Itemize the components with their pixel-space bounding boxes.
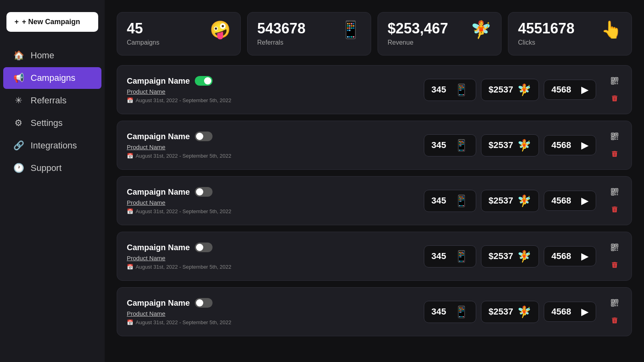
campaign-header: Campaign Name	[127, 243, 416, 252]
delete-button[interactable]	[607, 313, 622, 328]
qr-button[interactable]	[607, 240, 622, 255]
product-link[interactable]: Product Name	[127, 255, 416, 261]
svg-rect-29	[617, 194, 618, 195]
stat-value-revenue: $253,467	[388, 21, 448, 36]
delete-button[interactable]	[607, 258, 622, 272]
qr-button[interactable]	[607, 185, 622, 199]
integrations-icon: 🔗	[13, 140, 24, 151]
campaign-card: Campaign Name Product Name 📅 August 31st…	[117, 176, 632, 225]
revenue-icon: 🧚	[517, 250, 531, 263]
sidebar-item-support[interactable]: 🕐 Support	[3, 157, 101, 179]
revenue-icon: 🧚	[517, 194, 531, 208]
stat-label-campaigns: Campaigns	[127, 39, 159, 46]
campaign-toggle[interactable]	[195, 298, 213, 308]
delete-button[interactable]	[607, 147, 622, 161]
qr-button[interactable]	[607, 74, 622, 88]
referrals-metric: 345 📱	[424, 190, 476, 212]
svg-rect-21	[612, 189, 614, 191]
new-campaign-label: + New Campaign	[22, 18, 80, 26]
stat-label-referrals: Referrals	[257, 39, 305, 46]
svg-rect-36	[615, 248, 616, 249]
referrals-value: 345	[431, 140, 446, 150]
campaign-toggle[interactable]	[195, 187, 213, 197]
sidebar-item-campaigns[interactable]: 📢 Campaigns	[3, 67, 101, 89]
action-icons	[607, 185, 622, 217]
stat-text-revenue: $253,467 Revenue	[388, 21, 448, 46]
sidebar-item-settings[interactable]: ⚙ Settings	[3, 112, 101, 134]
stat-card-clicks: 4551678 Clicks 👆	[508, 12, 632, 56]
campaign-stats: 345 📱 $2537 🧚 4568 ▶	[424, 79, 596, 101]
svg-rect-28	[615, 194, 616, 195]
campaign-toggle[interactable]	[195, 132, 213, 141]
settings-icon: ⚙	[13, 118, 24, 128]
revenue-value: $2537	[489, 306, 513, 317]
main-content: 45 Campaigns 🤪 543678 Referrals 📱 $253,4…	[105, 0, 644, 362]
stats-row: 45 Campaigns 🤪 543678 Referrals 📱 $253,4…	[117, 12, 632, 56]
referrals-value: 345	[431, 251, 446, 261]
svg-rect-47	[617, 303, 618, 304]
revenue-icon: 🧚	[517, 139, 531, 152]
date-range: August 31st, 2022 - September 5th, 2022	[136, 97, 231, 103]
referrals-icon: 📱	[454, 250, 469, 263]
product-link[interactable]: Product Name	[127, 144, 416, 150]
home-icon: 🏠	[13, 50, 24, 61]
clicks-value: 4568	[551, 306, 571, 317]
svg-rect-49	[617, 305, 618, 306]
stat-icon-revenue: 🧚	[471, 21, 491, 38]
calendar-icon: 📅	[127, 97, 133, 103]
calendar-icon: 📅	[127, 319, 133, 325]
stat-value-referrals: 543678	[257, 21, 305, 36]
campaign-card: Campaign Name Product Name 📅 August 31st…	[117, 65, 632, 114]
product-link[interactable]: Product Name	[127, 88, 416, 95]
product-link[interactable]: Product Name	[127, 310, 416, 317]
referrals-icon: 📱	[454, 83, 469, 97]
stat-icon-campaigns: 🤪	[210, 21, 231, 38]
action-icons	[607, 296, 622, 328]
sidebar-item-label-campaigns: Campaigns	[31, 73, 75, 83]
delete-button[interactable]	[607, 202, 622, 217]
revenue-value: $2537	[489, 195, 513, 206]
svg-rect-43	[616, 300, 617, 302]
clicks-metric: 4568 ▶	[544, 135, 596, 155]
svg-rect-38	[615, 250, 616, 251]
campaign-toggle[interactable]	[195, 243, 213, 252]
svg-rect-11	[612, 134, 614, 136]
campaign-info: Campaign Name Product Name 📅 August 31st…	[127, 243, 416, 270]
sidebar-item-integrations[interactable]: 🔗 Integrations	[3, 135, 101, 156]
revenue-metric: $2537 🧚	[481, 134, 539, 156]
qr-button[interactable]	[607, 296, 622, 310]
stat-icon-referrals: 📱	[340, 21, 361, 38]
sidebar-item-home[interactable]: 🏠 Home	[3, 45, 101, 66]
campaigns-icon: 📢	[13, 73, 24, 83]
svg-rect-9	[617, 83, 618, 84]
campaign-name: Campaign Name	[127, 243, 190, 252]
revenue-metric: $2537 🧚	[481, 301, 539, 323]
campaign-stats: 345 📱 $2537 🧚 4568 ▶	[424, 190, 596, 212]
product-link[interactable]: Product Name	[127, 199, 416, 206]
svg-rect-46	[615, 303, 616, 304]
action-icons	[607, 240, 622, 272]
referrals-metric: 345 📱	[424, 301, 476, 323]
svg-rect-15	[612, 138, 614, 139]
delete-button[interactable]	[607, 91, 622, 106]
svg-rect-31	[612, 245, 614, 247]
campaign-info: Campaign Name Product Name 📅 August 31st…	[127, 187, 416, 214]
action-icons	[607, 129, 622, 161]
campaign-stats: 345 📱 $2537 🧚 4568 ▶	[424, 301, 596, 323]
clicks-value: 4568	[551, 251, 571, 261]
campaign-date: 📅 August 31st, 2022 - September 5th, 202…	[127, 264, 416, 270]
stat-text-referrals: 543678 Referrals	[257, 21, 305, 46]
svg-rect-5	[612, 82, 614, 84]
campaign-header: Campaign Name	[127, 76, 416, 86]
support-icon: 🕐	[13, 163, 24, 173]
calendar-icon: 📅	[127, 153, 133, 159]
svg-rect-1	[612, 78, 614, 80]
qr-button[interactable]	[607, 129, 622, 144]
new-campaign-button[interactable]: + + New Campaign	[6, 12, 98, 32]
revenue-value: $2537	[489, 84, 513, 95]
sidebar-item-referrals[interactable]: ✳ Referrals	[3, 90, 101, 111]
sidebar-item-label-support: Support	[31, 163, 62, 173]
campaign-toggle[interactable]	[195, 76, 213, 86]
clicks-cursor-icon: ▶	[581, 306, 588, 317]
campaign-card: Campaign Name Product Name 📅 August 31st…	[117, 287, 632, 336]
